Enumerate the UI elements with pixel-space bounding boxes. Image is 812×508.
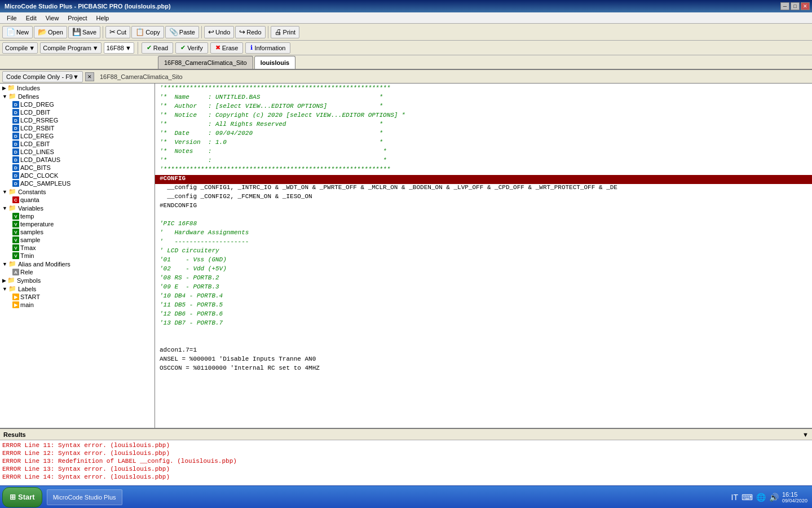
tree-item-labels[interactable]: ▼📁Labels [0, 284, 155, 293]
tree-item-adc_clock[interactable]: DADC_CLOCK [0, 172, 155, 179]
compile-dropdown[interactable]: Compile ▼ [2, 42, 38, 54]
save-button[interactable]: 💾 Save [68, 26, 100, 38]
variable-badge: V [12, 237, 19, 243]
code-line: ' -------------------- [155, 238, 812, 247]
cut-button[interactable]: ✂ Cut [105, 26, 130, 38]
code-line: '* Name : UNTITLED.BAS * [155, 94, 812, 103]
taskbar-tray: IT ⌨ 🌐 🔊 16:15 09/04/2020 [727, 491, 813, 503]
tree-label: LCD_RSREG [20, 117, 58, 124]
tree-label: ADC_SAMPLEUS [20, 180, 70, 187]
tree-container: ▶📁Includes▼📁DefinesDLCD_DREGDLCD_DBITDLC… [0, 84, 155, 309]
results-title: Results [3, 431, 26, 438]
tree-item-tmin[interactable]: VTmin [0, 252, 155, 260]
taskbar-app-label: MicroCode Studio Plus [53, 494, 116, 501]
tree-item-tmax[interactable]: VTmax [0, 244, 155, 252]
toolbar-separator-1 [103, 26, 103, 38]
code-line: #CONFIG [155, 175, 812, 184]
tree-item-main[interactable]: ▶main [0, 301, 155, 309]
verify-button[interactable]: ✔ Verify [175, 42, 208, 54]
close-button[interactable]: ✕ [801, 2, 810, 10]
redo-icon: ↪ [239, 28, 245, 36]
paste-button[interactable]: 📎 Paste [165, 26, 199, 38]
results-collapse-icon[interactable]: ▼ [802, 431, 809, 438]
folder-icon: 📁 [8, 285, 16, 292]
chip-select[interactable]: 16F88 ▼ [104, 42, 134, 54]
variable-badge: V [12, 229, 19, 235]
panel-close-button[interactable]: ✕ [85, 72, 94, 81]
tree-item-lcd_lines[interactable]: DLCD_LINES [0, 148, 155, 156]
menu-project[interactable]: Project [63, 14, 91, 23]
tree-item-includes[interactable]: ▶📁Includes [0, 84, 155, 92]
tree-item-start[interactable]: ▶START [0, 293, 155, 301]
tree-item-lcd_dreg[interactable]: DLCD_DREG [0, 100, 155, 108]
print-icon: 🖨 [275, 28, 282, 36]
keyboard-tray-icon: ⌨ [742, 493, 753, 502]
start-button[interactable]: ⊞ Start [2, 487, 42, 507]
compile-program-dropdown[interactable]: Compile Program ▼ [40, 42, 101, 54]
tree-item-lcd_ereg[interactable]: DLCD_EREG [0, 132, 155, 140]
tree-item-lcd_rsreg[interactable]: DLCD_RSREG [0, 116, 155, 124]
tree-item-lcd_rsbit[interactable]: DLCD_RSBIT [0, 124, 155, 132]
tab-16f88[interactable]: 16F88_CameraClimatica_Sito [158, 56, 253, 69]
tree-item-alias-and-modifiers[interactable]: ▼📁Alias and Modifiers [0, 260, 155, 268]
tree-item-variables[interactable]: ▼📁Variables [0, 204, 155, 212]
variable-badge: V [12, 213, 19, 220]
code-text: '09 E - PORTB.3 [160, 283, 219, 290]
code-text: '* Notes : * [160, 148, 387, 155]
erase-button[interactable]: ✖ Erase [210, 42, 244, 54]
maximize-button[interactable]: □ [791, 2, 800, 10]
define-badge: D [12, 101, 19, 108]
tree-item-adc_bits[interactable]: DADC_BITS [0, 164, 155, 172]
menu-edit[interactable]: Edit [21, 14, 41, 23]
menu-view[interactable]: View [41, 14, 64, 23]
code-line: '02 - Vdd (+5V) [155, 265, 812, 274]
tree-label: Variables [18, 205, 43, 212]
tree-label: main [20, 301, 34, 308]
code-line: '09 E - PORTB.3 [155, 283, 812, 292]
new-button[interactable]: 📄 New [2, 26, 33, 38]
code-line: '* : All Rights Reserved * [155, 121, 812, 130]
code-editor[interactable]: '***************************************… [155, 84, 812, 428]
title-bar-controls[interactable]: ─ □ ✕ [780, 2, 810, 10]
tree-item-sample[interactable]: Vsample [0, 236, 155, 244]
read-button[interactable]: ✔ Read [142, 42, 173, 54]
code-line: '* : * [155, 157, 812, 166]
tab-louislouis[interactable]: louislouis [254, 56, 295, 69]
tree-item-quanta[interactable]: Cquanta [0, 196, 155, 204]
undo-button[interactable]: ↩ Undo [204, 26, 234, 38]
menu-file[interactable]: File [2, 14, 21, 23]
folder-icon: 📁 [8, 204, 16, 212]
tree-item-temp[interactable]: Vtemp [0, 212, 155, 220]
define-badge: D [12, 164, 19, 171]
open-button[interactable]: 📂 Open [34, 26, 67, 38]
tree-item-temperature[interactable]: Vtemperature [0, 220, 155, 228]
code-compile-dropdown[interactable]: Code Compile Only - F9 ▼ [2, 71, 83, 82]
tree-label: LCD_LINES [20, 148, 54, 155]
information-button[interactable]: ℹ Information [245, 42, 290, 54]
tree-item-symbols[interactable]: ▶📁Symbols [0, 276, 155, 284]
tree-item-rele[interactable]: ARele [0, 268, 155, 276]
time-display: 16:15 [782, 491, 807, 498]
redo-button[interactable]: ↪ Redo [235, 26, 265, 38]
tree-item-adc_sampleus[interactable]: DADC_SAMPLEUS [0, 179, 155, 187]
tree-item-lcd_ebit[interactable]: DLCD_EBIT [0, 140, 155, 148]
tree-item-lcd_dataus[interactable]: DLCD_DATAUS [0, 156, 155, 164]
date-display: 09/04/2020 [782, 498, 807, 503]
minimize-button[interactable]: ─ [780, 2, 789, 10]
code-text: OSCCON = %01100000 'Internal RC set to 4… [160, 365, 320, 371]
tree-item-defines[interactable]: ▼📁Defines [0, 92, 155, 100]
menu-help[interactable]: Help [92, 14, 114, 23]
print-button[interactable]: 🖨 Print [271, 26, 300, 38]
code-text: ANSEL = %000001 'Disable Inputs Tranne A… [160, 356, 316, 362]
tree-item-constants[interactable]: ▼📁Constants [0, 187, 155, 196]
taskbar-app-item[interactable]: MicroCode Studio Plus [47, 489, 122, 505]
sidebar: ▶📁Includes▼📁DefinesDLCD_DREGDLCD_DBITDLC… [0, 84, 155, 428]
tree-label: Defines [18, 93, 39, 100]
tree-item-samples[interactable]: Vsamples [0, 228, 155, 236]
cut-label: Cut [117, 29, 126, 36]
copy-button[interactable]: 📋 Copy [131, 26, 164, 38]
tree-item-lcd_dbit[interactable]: DLCD_DBIT [0, 108, 155, 116]
code-text: #ENDCONFIG [160, 202, 197, 209]
define-badge: D [12, 156, 19, 163]
compile-bar: Compile ▼ Compile Program ▼ 16F88 ▼ ✔ Re… [0, 41, 812, 55]
